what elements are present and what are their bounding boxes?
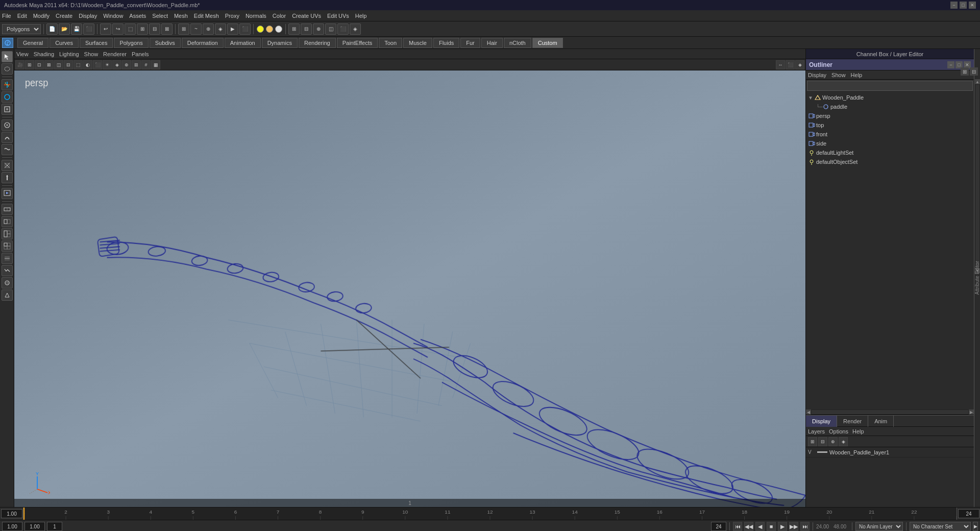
side-vp-button-7[interactable] [2, 277, 13, 288]
move-skinned-button[interactable] [2, 172, 13, 183]
minimize-button[interactable]: − [950, 2, 958, 9]
menu-assets[interactable]: Assets [129, 13, 146, 19]
tree-item-default-light-set[interactable]: defaultLightSet [806, 148, 974, 157]
render-view-button[interactable] [2, 188, 13, 199]
rotate-tool-button[interactable] [2, 91, 13, 103]
save-file-button[interactable]: 💾 [71, 23, 82, 35]
menu-normals[interactable]: Normals [246, 13, 266, 19]
layer-tab-display[interactable]: Display [806, 416, 837, 427]
go-to-start-button[interactable]: ⏮ [733, 522, 742, 531]
menu-help[interactable]: Help [355, 13, 367, 19]
frame-number-input[interactable] [47, 522, 62, 531]
tab-muscle[interactable]: Muscle [403, 38, 432, 48]
play-forward-button[interactable]: ▶ [778, 522, 787, 531]
toolbar-btn-4[interactable]: ⬛ [83, 23, 94, 35]
menu-edituvs[interactable]: Edit UVs [327, 13, 349, 19]
vp-camera-button[interactable]: 🎥 [15, 60, 24, 69]
toolbar-transform-2[interactable]: ⊞ [137, 23, 148, 35]
side-vp-button-3[interactable] [2, 228, 13, 239]
3d-viewport[interactable]: persp Y X 1 [14, 70, 805, 507]
layer-menu-layers[interactable]: Layers [808, 428, 825, 435]
tree-item-default-object-set[interactable]: defaultObjectSet [806, 157, 974, 166]
vp-isolate-button[interactable]: ⊕ [122, 60, 131, 69]
vp-menu-renderer[interactable]: Renderer [103, 51, 127, 57]
menu-editmesh[interactable]: Edit Mesh [194, 13, 219, 19]
mode-selector[interactable]: Polygons [2, 24, 41, 34]
play-back-button[interactable]: ◀ [755, 522, 765, 531]
snap-point-button[interactable]: ⊕ [203, 23, 214, 35]
current-time-input[interactable] [24, 522, 45, 531]
char-set-options[interactable]: ▶ [973, 522, 978, 531]
select-tool-button[interactable] [2, 51, 13, 62]
timeline-track[interactable]: 1 2 3 4 5 6 7 8 9 10 11 12 13 14 15 16 1 [23, 508, 957, 520]
tab-toon[interactable]: Toon [379, 38, 402, 48]
tab-dynamics[interactable]: Dynamics [262, 38, 298, 48]
tab-fur[interactable]: Fur [460, 38, 480, 48]
timeline-start-input[interactable] [1, 509, 22, 518]
outliner-menu-show[interactable]: Show [831, 72, 846, 78]
go-to-end-button[interactable]: ⏭ [800, 522, 810, 531]
layer-tool-4[interactable]: ◈ [839, 437, 848, 446]
vp-menu-lighting[interactable]: Lighting [59, 51, 79, 57]
layer-menu-help[interactable]: Help [852, 428, 864, 435]
menu-create[interactable]: Create [56, 13, 72, 19]
panel-icon-1[interactable]: ⊞ [961, 67, 969, 76]
menu-color[interactable]: Color [273, 13, 286, 19]
tree-item-front[interactable]: front [806, 130, 974, 139]
toolbar-misc-1[interactable]: ⊞ [288, 23, 300, 35]
toolbar-transform-3[interactable]: ⊟ [149, 23, 160, 35]
vp-select-mode-5[interactable]: ⊟ [64, 60, 73, 69]
side-vp-button-8[interactable] [2, 289, 13, 301]
vp-wireframe-button[interactable]: ⬚ [74, 60, 83, 69]
layer-tab-anim[interactable]: Anim [868, 416, 894, 427]
tab-polygons[interactable]: Polygons [114, 38, 148, 48]
vp-menu-view[interactable]: View [16, 51, 29, 57]
tab-curves[interactable]: Curves [50, 38, 79, 48]
side-vp-button-4[interactable] [2, 240, 13, 252]
tree-item-persp[interactable]: persp [806, 111, 974, 120]
vp-grid-button[interactable]: ▦ [151, 60, 160, 69]
side-vp-button-1[interactable] [2, 204, 13, 215]
step-forward-button[interactable]: ▶▶ [789, 522, 798, 531]
light-btn-3[interactable] [275, 26, 282, 33]
toolbar-render-1[interactable]: ▶ [227, 23, 238, 35]
tab-hair[interactable]: Hair [481, 38, 503, 48]
paint-button[interactable] [2, 119, 13, 131]
range-end-input[interactable] [711, 522, 726, 531]
hotkey-toggle[interactable] [2, 38, 13, 48]
vp-misc-3[interactable]: ◈ [795, 60, 804, 69]
close-button[interactable]: ✕ [969, 2, 976, 9]
light-btn-2[interactable] [266, 26, 273, 33]
vp-menu-shading[interactable]: Shading [34, 51, 54, 57]
vp-select-mode-2[interactable]: ⊡ [35, 60, 44, 69]
layer-tool-2[interactable]: ⊟ [818, 437, 827, 446]
outliner-search-input[interactable] [807, 81, 973, 91]
tree-item-top[interactable]: top [806, 120, 974, 130]
tab-general[interactable]: General [17, 38, 48, 48]
vp-smooth-button[interactable]: ◐ [83, 60, 92, 69]
tab-custom[interactable]: Custom [532, 38, 563, 48]
side-vp-button-2[interactable] [2, 216, 13, 227]
tab-rendering[interactable]: Rendering [299, 38, 336, 48]
tree-item-side[interactable]: side [806, 139, 974, 148]
snap-grid-button[interactable]: ⊞ [178, 23, 189, 35]
vp-xray-button[interactable]: ◈ [112, 60, 121, 69]
translate-tool-button[interactable] [2, 79, 13, 90]
scale-tool-button[interactable] [2, 104, 13, 115]
stop-button[interactable]: ■ [767, 522, 776, 531]
menu-modify[interactable]: Modify [33, 13, 50, 19]
cloth-button[interactable] [2, 144, 13, 155]
menu-display[interactable]: Display [79, 13, 97, 19]
outliner-minimize[interactable]: − [947, 61, 954, 68]
toolbar-transform-4[interactable]: ⊠ [161, 23, 173, 35]
tab-subdivs[interactable]: Subdivs [150, 38, 181, 48]
panel-icon-2[interactable]: ⊟ [970, 67, 974, 76]
menu-select[interactable]: Select [152, 13, 168, 19]
layer-tab-render[interactable]: Render [837, 416, 868, 427]
show-grid-button[interactable] [2, 160, 13, 171]
toolbar-misc-6[interactable]: ◈ [350, 23, 361, 35]
light-btn-1[interactable] [257, 26, 264, 33]
vp-select-mode-3[interactable]: ⊠ [44, 60, 54, 69]
tab-animation[interactable]: Animation [225, 38, 261, 48]
tree-item-wooden-paddle[interactable]: ▼ Wooden_Paddle [806, 93, 974, 102]
